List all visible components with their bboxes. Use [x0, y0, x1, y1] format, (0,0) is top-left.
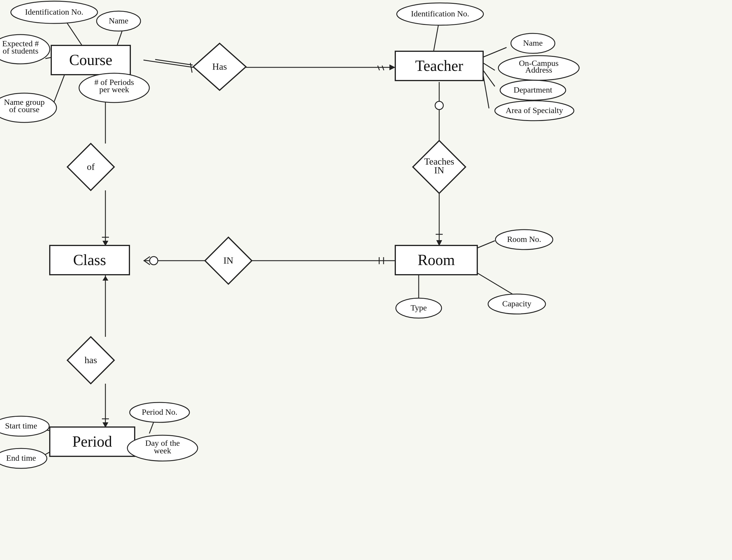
- period-label: Period: [72, 433, 112, 450]
- teacher-address-line2: Address: [525, 65, 552, 74]
- room-capacity-attr-label: Capacity: [502, 299, 531, 308]
- course-namegroup-line2: of course: [9, 105, 39, 114]
- in-label: IN: [224, 255, 233, 266]
- teaches-in-label2: IN: [434, 165, 444, 175]
- teacher-id-attr-label: Identification No.: [411, 9, 469, 18]
- course-expected-line2: of students: [3, 46, 38, 55]
- period-no-attr-label: Period No.: [142, 407, 177, 416]
- teacher-label: Teacher: [415, 57, 463, 74]
- diagram-svg: Course Teacher Class Room Period Has of …: [0, 0, 732, 560]
- zero-circle: [150, 257, 158, 265]
- room-no-attr-label: Room No.: [507, 235, 541, 244]
- course-label: Course: [69, 52, 112, 68]
- room-type-attr-label: Type: [410, 303, 427, 312]
- class-label: Class: [73, 252, 106, 268]
- teacher-dept-attr-label: Department: [513, 85, 552, 94]
- has2-label: has: [85, 355, 97, 365]
- er-diagram: Course Teacher Class Room Period Has of …: [0, 0, 732, 560]
- zero-circle2: [435, 101, 443, 110]
- period-end-attr-label: End time: [6, 453, 36, 462]
- has-label: Has: [212, 61, 227, 72]
- course-periods-line2: per week: [99, 85, 129, 94]
- period-start-attr-label: Start time: [5, 421, 37, 430]
- course-id-attr-label: Identification No.: [25, 7, 83, 16]
- room-label: Room: [417, 252, 455, 268]
- of-label: of: [87, 161, 95, 172]
- teacher-specialty-attr-label: Area of Specialty: [506, 106, 563, 115]
- teacher-name-attr-label: Name: [523, 38, 543, 47]
- period-day-line2: week: [154, 446, 171, 455]
- course-name-attr-label: Name: [109, 16, 129, 25]
